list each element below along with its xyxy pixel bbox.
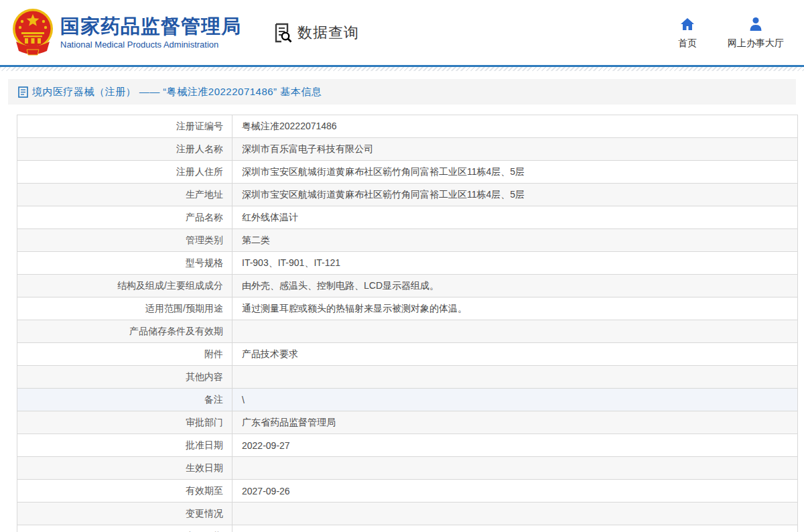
document-search-icon	[272, 22, 293, 44]
table-row: 型号规格IT-903、IT-901、IT-121	[17, 252, 798, 275]
table-row: 其他内容	[17, 366, 798, 389]
page-icon	[18, 86, 28, 98]
row-label: 变更情况	[17, 503, 232, 525]
row-label: 适用范围/预期用途	[17, 297, 232, 320]
row-value	[232, 457, 798, 480]
national-emblem-logo	[12, 7, 54, 59]
row-value: 第二类	[232, 229, 798, 252]
table-row: 备注\	[17, 389, 798, 411]
row-value: 红外线体温计	[232, 206, 798, 229]
row-value: 深圳市百乐富电子科技有限公司	[232, 138, 798, 161]
row-value: 由外壳、感温头、控制电路、LCD显示器组成。	[232, 275, 798, 297]
row-label: 注册证编号	[17, 115, 232, 138]
table-row: 注册人名称深圳市百乐富电子科技有限公司	[17, 138, 798, 161]
org-name-en: National Medical Products Administration	[60, 40, 241, 50]
row-label: 注册人名称	[17, 138, 232, 161]
row-label: 产品储存条件及有效期	[17, 320, 232, 343]
row-label: 注册人住所	[17, 161, 232, 184]
header-divider-hatch	[0, 67, 804, 71]
table-row: 产品名称红外线体温计	[17, 206, 798, 229]
row-value: 粤械注准20222071486	[232, 115, 798, 138]
table-row: 附件产品技术要求	[17, 343, 798, 366]
row-label: 审批部门	[17, 411, 232, 434]
table-row: 生产地址深圳市宝安区航城街道黄麻布社区簕竹角同富裕工业区11栋4层、5层	[17, 184, 798, 206]
table-row: 结构及组成/主要组成成分由外壳、感温头、控制电路、LCD显示器组成。	[17, 275, 798, 297]
table-row: 注册证编号粤械注准20222071486	[17, 115, 798, 138]
row-label: 生效日期	[17, 457, 232, 480]
nav-item-label: 首页	[678, 38, 697, 50]
row-value: 深圳市宝安区航城街道黄麻布社区簕竹角同富裕工业区11栋4层、5层	[232, 161, 798, 184]
row-value: 深圳市宝安区航城街道黄麻布社区簕竹角同富裕工业区11栋4层、5层	[232, 184, 798, 206]
row-value: IT-903、IT-901、IT-121	[232, 252, 798, 275]
header-nav: 首页 网上办事大厅	[678, 16, 784, 50]
row-value	[232, 320, 798, 343]
row-value: \	[232, 389, 798, 411]
table-row: 注册人住所深圳市宝安区航城街道黄麻布社区簕竹角同富裕工业区11栋4层、5层	[17, 161, 798, 184]
table-row: 变更日期	[17, 525, 798, 532]
data-query-section[interactable]: 数据查询	[272, 22, 359, 44]
data-query-label: 数据查询	[297, 23, 359, 43]
row-label: 其他内容	[17, 366, 232, 389]
nav-item-home[interactable]: 首页	[678, 16, 697, 50]
person-icon	[748, 16, 764, 32]
row-value	[232, 503, 798, 525]
nav-item-service-hall[interactable]: 网上办事大厅	[728, 16, 784, 50]
site-header: 国家药品监督管理局 National Medical Products Admi…	[0, 0, 804, 65]
table-row: 适用范围/预期用途通过测量耳腔或额头的热辐射来显示被测对象的体温。	[17, 297, 798, 320]
row-label: 附件	[17, 343, 232, 366]
registration-info-table: 注册证编号粤械注准20222071486注册人名称深圳市百乐富电子科技有限公司注…	[17, 115, 798, 532]
table-row: 审批部门广东省药品监督管理局	[17, 411, 798, 434]
table-row: 批准日期2022-09-27	[17, 434, 798, 457]
row-value: 产品技术要求	[232, 343, 798, 366]
row-value: 通过测量耳腔或额头的热辐射来显示被测对象的体温。	[232, 297, 798, 320]
org-name-cn: 国家药品监督管理局	[60, 15, 241, 38]
org-titles: 国家药品监督管理局 National Medical Products Admi…	[60, 15, 241, 50]
row-value: 2027-09-26	[232, 480, 798, 503]
row-label: 型号规格	[17, 252, 232, 275]
row-value	[232, 366, 798, 389]
table-row: 有效期至2027-09-26	[17, 480, 798, 503]
table-row: 管理类别第二类	[17, 229, 798, 252]
row-label: 备注	[17, 389, 232, 411]
breadcrumb: 境内医疗器械（注册） —— “粤械注准20222071486” 基本信息	[8, 79, 796, 105]
row-value	[232, 525, 798, 532]
row-value: 2022-09-27	[232, 434, 798, 457]
row-label: 生产地址	[17, 184, 232, 206]
row-label: 批准日期	[17, 434, 232, 457]
table-row: 变更情况	[17, 503, 798, 525]
row-value: 广东省药品监督管理局	[232, 411, 798, 434]
table-row: 生效日期	[17, 457, 798, 480]
page-title: 境内医疗器械（注册） —— “粤械注准20222071486” 基本信息	[32, 86, 322, 98]
row-label: 产品名称	[17, 206, 232, 229]
nav-item-label: 网上办事大厅	[728, 38, 784, 50]
row-label: 变更日期	[17, 525, 232, 532]
home-icon	[679, 16, 695, 32]
row-label: 管理类别	[17, 229, 232, 252]
row-label: 结构及组成/主要组成成分	[17, 275, 232, 297]
table-row: 产品储存条件及有效期	[17, 320, 798, 343]
row-label: 有效期至	[17, 480, 232, 503]
